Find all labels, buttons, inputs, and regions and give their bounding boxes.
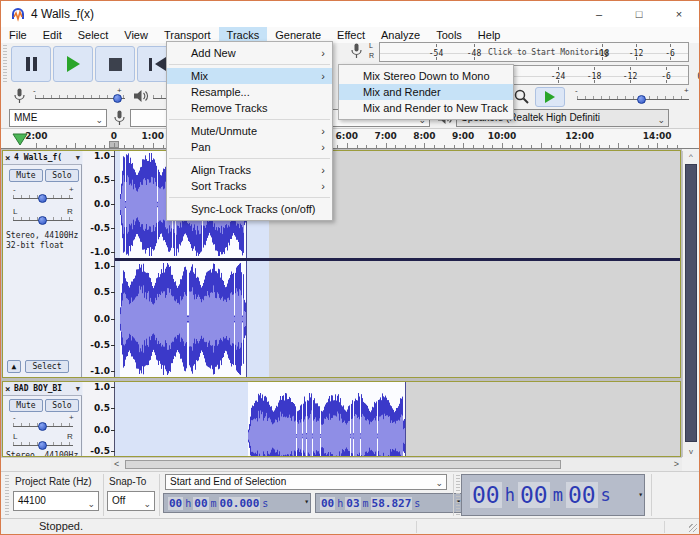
track-bad-boy: 1.00.50.0-0.5 × BAD BOY_BI ▼ Mute Solo -… — [2, 381, 681, 457]
scroll-up-icon[interactable]: ^ — [683, 152, 699, 161]
submenu-arrow-icon: › — [321, 45, 325, 61]
track2-pan-thumb[interactable] — [38, 441, 47, 450]
track1-vertical-ruler[interactable]: 1.00.50.0-0.5-1.0 1.00.50.0-0.5-1.0 — [83, 151, 115, 377]
amplitude-label: 0.5 — [83, 404, 115, 413]
track1-menu-icon[interactable]: ▼ — [76, 151, 80, 165]
track2-vertical-ruler[interactable]: 1.00.50.0-0.5 — [83, 382, 115, 456]
play-speed-slider[interactable] — [577, 99, 689, 100]
play-speed-thumb[interactable] — [637, 95, 646, 104]
menu-item-add-new[interactable]: Add New› — [167, 45, 332, 61]
recording-meter[interactable]: Click to Start Monitoring -54-48-18-12-6… — [379, 42, 689, 62]
timeline-label: 10:00 — [488, 131, 517, 141]
recording-meter-toolbar: L R Click to Start Monitoring -54-48-18-… — [345, 41, 691, 63]
menu-select[interactable]: Select — [70, 27, 117, 43]
track2-waveform-area[interactable] — [115, 382, 680, 456]
audio-host-select[interactable]: MME ⌄ — [9, 109, 107, 127]
toolbar-grip[interactable] — [3, 45, 7, 83]
submenu-arrow-icon: › — [321, 178, 325, 194]
track1-mute-button[interactable]: Mute — [9, 169, 43, 182]
recording-volume-slider[interactable] — [35, 98, 125, 99]
amplitude-label: 0.0 — [83, 426, 115, 435]
play-button[interactable] — [53, 46, 93, 82]
pause-icon — [26, 57, 30, 71]
track1-select-button[interactable]: Select — [25, 360, 69, 373]
track2-name: BAD BOY_BI — [14, 382, 62, 396]
gain-minus: - — [33, 86, 36, 95]
timeline-ruler[interactable]: 2:0001:002:003:004:005:006:007:008:009:0… — [1, 129, 699, 149]
close-button[interactable]: × — [659, 1, 699, 27]
track1-pan-thumb[interactable] — [38, 216, 47, 225]
menu-item-mix[interactable]: Mix› — [167, 68, 332, 84]
play-at-speed-toolbar: - + — [511, 86, 693, 109]
scroll-left-icon[interactable]: < — [114, 459, 119, 469]
track2-title-bar[interactable]: × BAD BOY_BI ▼ — [3, 382, 82, 396]
amplitude-label: -0.5 — [83, 341, 115, 350]
menu-item-mix-stereo-down-to-mono[interactable]: Mix Stereo Down to Mono — [339, 68, 513, 84]
vertical-scrollbar[interactable]: ^ v — [682, 151, 699, 457]
play-at-speed-button[interactable] — [535, 87, 565, 107]
track2-menu-icon[interactable]: ▼ — [76, 382, 80, 396]
selection-start-field[interactable]: 00▾h00m00.000s — [163, 493, 311, 513]
track1-bitdepth-info: 32-bit float — [6, 241, 64, 250]
zoom-tool-icon[interactable] — [513, 88, 531, 106]
menu-item-remove-tracks[interactable]: Remove Tracks — [167, 100, 332, 116]
track1-control-panel: × 4 Walls_f( ▼ Mute Solo - + L R Stereo,… — [3, 151, 82, 377]
play-speed-icon — [545, 91, 555, 103]
menu-edit[interactable]: Edit — [35, 27, 70, 43]
status-text: Stopped. — [39, 520, 83, 532]
speed-minus: - — [575, 86, 578, 95]
timeline-label: 12:00 — [565, 131, 594, 141]
mix-submenu: Mix Stereo Down to MonoMix and RenderMix… — [338, 64, 514, 120]
maximize-button[interactable]: □ — [619, 1, 659, 27]
track1-format-info: Stereo, 44100Hz — [6, 231, 78, 240]
project-rate-select[interactable]: 44100 ⌄ — [13, 491, 99, 511]
amplitude-label: -1.0 — [83, 248, 115, 257]
scroll-down-icon[interactable]: v — [683, 447, 699, 456]
audacity-window: 4 Walls_f(x) – □ × FileEditSelectViewTra… — [0, 0, 700, 535]
monitor-hint[interactable]: Click to Start Monitoring — [488, 48, 608, 57]
window-title: 4 Walls_f(x) — [31, 7, 94, 21]
track2-close-icon[interactable]: × — [5, 382, 10, 396]
track1-title-bar[interactable]: × 4 Walls_f( ▼ — [3, 151, 82, 165]
amplitude-label: -0.5 — [83, 224, 115, 233]
menu-item-sort-tracks[interactable]: Sort Tracks› — [167, 178, 332, 194]
track1-collapse-button[interactable]: ▲ — [7, 360, 21, 373]
audio-position-display[interactable]: 00▾h00m00s — [461, 474, 645, 516]
menu-item-mix-and-render-to-new-track[interactable]: Mix and Render to New Track — [339, 100, 513, 116]
scroll-right-icon[interactable]: > — [674, 459, 679, 469]
menu-item-mute-unmute[interactable]: Mute/Unmute› — [167, 123, 332, 139]
track2-solo-button[interactable]: Solo — [45, 399, 79, 412]
pause-button[interactable] — [11, 46, 51, 82]
menu-view[interactable]: View — [116, 27, 156, 43]
amplitude-label: 1.0 — [83, 383, 115, 392]
snap-to-select[interactable]: Off ⌄ — [107, 491, 155, 511]
track-area: 1.00.50.0-0.5-1.0 1.00.50.0-0.5-1.0 × 4 … — [1, 149, 682, 457]
track1-solo-button[interactable]: Solo — [45, 169, 79, 182]
stop-button[interactable] — [95, 46, 135, 82]
menu-file[interactable]: File — [1, 27, 35, 43]
amplitude-label: 0.5 — [83, 288, 115, 297]
horizontal-scroll-thumb[interactable] — [125, 460, 561, 469]
minimize-button[interactable]: – — [579, 1, 619, 27]
menu-item-align-tracks[interactable]: Align Tracks› — [167, 162, 332, 178]
horizontal-scrollbar[interactable]: < > — [111, 457, 682, 471]
title-bar: 4 Walls_f(x) – □ × — [1, 1, 699, 27]
menu-item-pan[interactable]: Pan› — [167, 139, 332, 155]
track1-gain-thumb[interactable] — [38, 194, 47, 203]
track1-close-icon[interactable]: × — [5, 151, 10, 165]
selection-mode-select[interactable]: Start and End of Selection ⌄ — [165, 474, 447, 490]
speed-plus: + — [684, 86, 689, 95]
selection-end-field[interactable]: 00▾h03m58.827s — [315, 493, 463, 513]
audacity-logo-icon — [10, 6, 26, 22]
track2-mute-button[interactable]: Mute — [9, 399, 43, 412]
vertical-scroll-thumb[interactable] — [685, 164, 697, 442]
submenu-arrow-icon: › — [321, 162, 325, 178]
menu-item-resample[interactable]: Resample... — [167, 84, 332, 100]
microphone-icon[interactable] — [350, 43, 363, 60]
resize-grip[interactable] — [689, 524, 697, 532]
timeline-label: 1:00 — [142, 131, 164, 141]
track2-gain-thumb[interactable] — [38, 422, 47, 431]
menu-item-mix-and-render[interactable]: Mix and Render — [339, 84, 513, 100]
menu-item-sync-lock-tracks-on-off[interactable]: Sync-Lock Tracks (on/off) — [167, 201, 332, 217]
recording-volume-thumb[interactable] — [113, 94, 122, 103]
